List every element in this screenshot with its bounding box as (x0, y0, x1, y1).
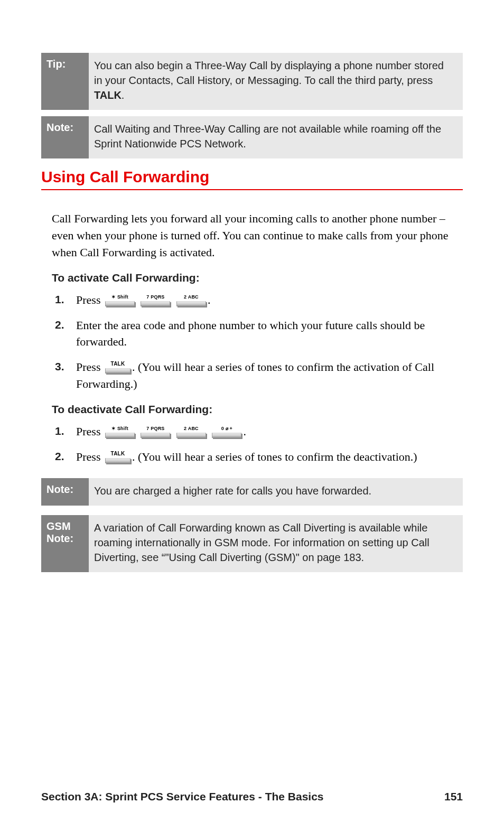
note2-body: You are charged a higher rate for calls … (89, 478, 463, 506)
step-text: Press (76, 293, 104, 306)
page-footer: Section 3A: Sprint PCS Service Features … (41, 790, 463, 803)
key-talk: TALK (105, 453, 130, 463)
activate-step-2: Enter the area code and phone number to … (52, 317, 452, 351)
deactivate-subheading: To deactivate Call Forwarding: (52, 403, 463, 416)
activate-step-1: Press ✶ Shift 7 PQRS 2 ABC. (52, 292, 452, 309)
note1-body: Call Waiting and Three-Way Calling are n… (89, 116, 463, 158)
key-seven: 7 PQRS (141, 427, 170, 438)
step-suffix: . (You will hear a series of tones to co… (132, 450, 417, 463)
step-suffix: . (243, 425, 246, 438)
tip-label: Tip: (41, 53, 89, 110)
gsm-note-label: GSM Note: (41, 515, 89, 572)
step-text: Press (76, 360, 104, 374)
step-suffix: . (208, 293, 211, 306)
key-zero: 0 ⌀ + (212, 427, 241, 438)
key-talk: TALK (105, 363, 130, 374)
gsm-note-callout: GSM Note: A variation of Call Forwarding… (41, 515, 463, 572)
step-text: Press (76, 450, 104, 463)
tip-text-before: You can also begin a Three-Way Call by d… (94, 60, 444, 86)
gsm-note-body: A variation of Call Forwarding known as … (89, 515, 463, 572)
key-two: 2 ABC (176, 296, 206, 306)
key-two: 2 ABC (176, 427, 206, 438)
footer-section: Section 3A: Sprint PCS Service Features … (41, 790, 324, 803)
tip-callout: Tip: You can also begin a Three-Way Call… (41, 53, 463, 110)
intro-paragraph: Call Forwarding lets you forward all you… (52, 210, 452, 261)
deactivate-step-1: Press ✶ Shift 7 PQRS 2 ABC 0 ⌀ +. (52, 423, 452, 440)
activate-step-3: Press TALK. (You will hear a series of t… (52, 359, 452, 393)
activate-steps: Press ✶ Shift 7 PQRS 2 ABC. Enter the ar… (52, 292, 452, 393)
note1-label: Note: (41, 116, 89, 158)
note-callout-2: Note: You are charged a higher rate for … (41, 478, 463, 506)
key-seven: 7 PQRS (141, 296, 170, 306)
note2-label: Note: (41, 478, 89, 506)
footer-page-number: 151 (444, 790, 463, 803)
tip-body: You can also begin a Three-Way Call by d… (89, 53, 463, 110)
section-heading: Using Call Forwarding (41, 168, 463, 190)
tip-text-after: . (122, 89, 125, 101)
step-text: Press (76, 425, 104, 438)
note-callout-1: Note: Call Waiting and Three-Way Calling… (41, 116, 463, 158)
key-star: ✶ Shift (105, 296, 135, 306)
deactivate-step-2: Press TALK. (You will hear a series of t… (52, 449, 452, 465)
activate-subheading: To activate Call Forwarding: (52, 272, 463, 284)
deactivate-steps: Press ✶ Shift 7 PQRS 2 ABC 0 ⌀ +. Press … (52, 423, 452, 465)
key-star: ✶ Shift (105, 427, 135, 438)
tip-bold: TALK (94, 89, 122, 101)
